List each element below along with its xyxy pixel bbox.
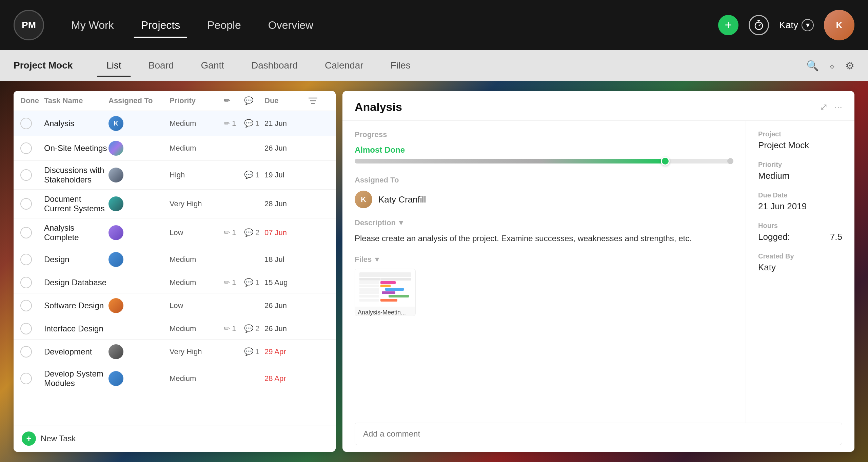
svg-rect-11 (380, 281, 396, 284)
task-avatar (108, 298, 170, 313)
user-menu[interactable]: Katy ▾ (779, 19, 814, 31)
table-row[interactable]: On-Site Meetings Medium 26 Jun (14, 136, 336, 161)
col-edit: ✏ (224, 96, 244, 105)
task-checkbox[interactable] (20, 277, 32, 288)
task-edit-count: ✏ 1 (224, 228, 244, 237)
comment-input[interactable] (355, 423, 842, 445)
table-row[interactable]: Analysis K Medium ✏ 1 💬 1 21 Jun (14, 111, 336, 136)
files-toggle[interactable]: Files ▾ (355, 255, 733, 264)
task-name-label: Development (44, 347, 108, 357)
task-priority: Medium (170, 324, 224, 333)
meta-priority-label: Priority (758, 161, 842, 169)
progress-thumb[interactable] (661, 157, 670, 166)
task-checkbox[interactable] (20, 198, 32, 210)
nav-projects[interactable]: Projects (127, 12, 194, 38)
logged-value: 7.5 (830, 232, 842, 242)
task-priority: Low (170, 301, 224, 310)
table-row[interactable]: Analysis Complete Low ✏ 1 💬 2 07 Jun (14, 218, 336, 247)
col-filter[interactable] (309, 96, 329, 105)
nav-my-work[interactable]: My Work (58, 12, 127, 38)
nav-people[interactable]: People (194, 12, 255, 38)
analysis-left-column: Progress Almost Done Assigned To K Katy … (342, 121, 746, 423)
task-comment-count: 💬 1 (244, 278, 264, 287)
analysis-panel-header: Analysis ⤢ ··· (342, 91, 854, 121)
table-row[interactable]: Interface Design Medium ✏ 1 💬 2 26 Jun (14, 318, 336, 340)
file-thumbnail[interactable]: Analysis-Meetin... (355, 269, 416, 316)
tab-board[interactable]: Board (135, 57, 188, 74)
description-section: Description ▾ Please create an analysis … (355, 218, 733, 245)
task-checkbox[interactable] (20, 300, 32, 311)
task-comment-count: 💬 2 (244, 324, 264, 333)
new-task-button[interactable]: + New Task (14, 425, 336, 452)
timer-button[interactable] (749, 15, 769, 35)
assigned-to-label: Assigned To (355, 176, 733, 185)
task-avatar (108, 196, 170, 211)
table-row[interactable]: Software Design Low 26 Jun (14, 293, 336, 318)
progress-fill (355, 159, 665, 163)
task-checkbox[interactable] (20, 373, 32, 384)
nav-overview[interactable]: Overview (255, 12, 327, 38)
task-checkbox[interactable] (20, 346, 32, 358)
tab-calendar[interactable]: Calendar (311, 57, 377, 74)
task-avatar (108, 344, 170, 359)
search-icon[interactable]: 🔍 (806, 60, 819, 72)
tab-dashboard[interactable]: Dashboard (238, 57, 311, 74)
task-avatar (108, 252, 170, 267)
table-row[interactable]: Design Medium 18 Jul (14, 247, 336, 272)
description-toggle[interactable]: Description ▾ (355, 218, 733, 227)
task-name-label: Analysis Complete (44, 223, 108, 242)
table-row[interactable]: Design Database Medium ✏ 1 💬 1 15 Aug (14, 272, 336, 293)
settings-icon[interactable]: ⚙ (845, 60, 854, 72)
svg-rect-12 (359, 285, 379, 287)
task-name-label: Develop System Modules (44, 369, 108, 388)
task-due-date: 26 Jun (264, 301, 309, 310)
add-button[interactable]: + (718, 15, 738, 35)
task-priority: Very High (170, 347, 224, 356)
col-assigned: Assigned To (108, 96, 170, 105)
progress-track[interactable] (355, 159, 733, 163)
meta-hours-label: Hours (758, 222, 842, 230)
task-due-date: 28 Apr (264, 374, 309, 383)
description-chevron-icon: ▾ (399, 218, 403, 227)
task-checkbox[interactable] (20, 169, 32, 181)
task-checkbox[interactable] (20, 227, 32, 238)
svg-rect-9 (380, 278, 411, 281)
task-avatar (108, 141, 170, 156)
task-priority: Medium (170, 144, 224, 153)
task-name-label: On-Site Meetings (44, 143, 108, 153)
tab-list[interactable]: List (93, 57, 135, 74)
svg-rect-19 (389, 295, 409, 297)
task-due-date: 18 Jul (264, 255, 309, 264)
description-text: Please create an analysis of the project… (355, 232, 733, 245)
svg-rect-17 (382, 291, 395, 294)
task-checkbox[interactable] (20, 323, 32, 334)
table-row[interactable]: Discussions with Stakeholders High 💬 1 1… (14, 161, 336, 190)
user-avatar[interactable]: K (824, 10, 854, 40)
task-checkbox[interactable] (20, 118, 32, 129)
meta-created-by-value: Katy (758, 262, 842, 273)
table-row[interactable]: Development Very High 💬 1 29 Apr (14, 340, 336, 364)
view-tabs: List Board Gantt Dashboard Calendar File… (93, 57, 806, 74)
tab-gantt[interactable]: Gantt (188, 57, 238, 74)
more-options-icon[interactable]: ··· (834, 102, 842, 113)
app-logo[interactable]: PM (14, 10, 44, 40)
table-row[interactable]: Document Current Systems Very High 28 Ju… (14, 190, 336, 218)
task-checkbox[interactable] (20, 254, 32, 265)
expand-icon[interactable]: ⤢ (820, 101, 828, 113)
task-name-label: Analysis (44, 119, 108, 128)
col-task-name: Task Name (44, 96, 108, 105)
meta-due-date-value: 21 Jun 2019 (758, 201, 842, 212)
task-priority: Low (170, 228, 224, 237)
task-due-date: 19 Jul (264, 171, 309, 179)
table-row[interactable]: Develop System Modules Medium 28 Apr (14, 364, 336, 393)
tab-files[interactable]: Files (377, 57, 424, 74)
svg-rect-8 (359, 278, 380, 281)
filter-icon[interactable]: ⬦ (829, 60, 835, 71)
logged-label: Logged: (758, 232, 790, 242)
task-avatar (108, 225, 170, 240)
task-avatar (108, 168, 170, 182)
task-list-panel: Done Task Name Assigned To Priority ✏ 💬 … (14, 91, 336, 452)
assigned-to-section: Assigned To K Katy Cranfill (355, 176, 733, 208)
task-checkbox[interactable] (20, 142, 32, 154)
svg-rect-16 (359, 291, 379, 294)
